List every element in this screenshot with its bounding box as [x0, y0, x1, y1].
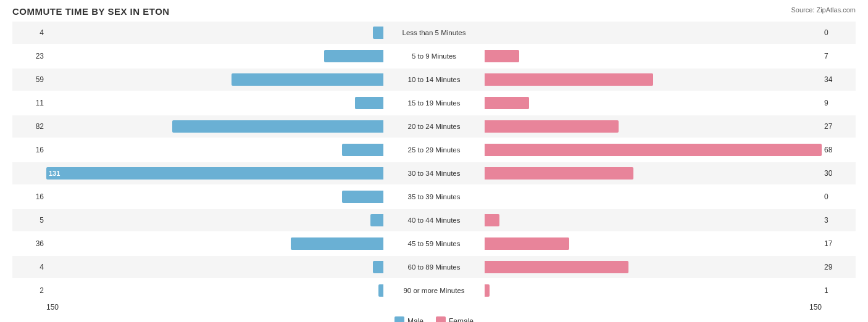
bars-wrapper: 25 to 29 Minutes: [46, 142, 822, 157]
bar-male: [324, 50, 383, 62]
male-side: [46, 96, 385, 110]
male-value: 4: [12, 263, 46, 271]
male-value: 82: [12, 122, 46, 131]
female-side: [483, 213, 822, 228]
legend-female-box: [436, 316, 446, 322]
bar-female: [485, 261, 628, 273]
male-side: [46, 189, 385, 204]
bar-male: [373, 261, 383, 273]
row-label: Less than 5 Minutes: [385, 29, 483, 36]
row-label: 90 or more Minutes: [385, 287, 483, 294]
table-row: 131 30 to 34 Minutes 30: [12, 162, 856, 184]
row-label: 40 to 44 Minutes: [385, 217, 483, 224]
bars-wrapper: 15 to 19 Minutes: [46, 96, 822, 110]
axis-left: 150: [46, 303, 59, 312]
bar-female: [485, 120, 619, 133]
row-label: 15 to 19 Minutes: [385, 99, 483, 107]
male-side: [46, 119, 385, 134]
bar-female: [485, 73, 653, 86]
bar-female: [485, 144, 822, 156]
row-inner: 16 25 to 29 Minutes: [12, 139, 856, 161]
male-side: [46, 213, 385, 228]
male-bar-label: 131: [46, 170, 60, 177]
male-value: 36: [12, 239, 46, 248]
bar-male: 131: [46, 167, 383, 180]
bar-section: 15 to 19 Minutes: [46, 92, 822, 114]
male-value: 5: [12, 216, 46, 225]
row-inner: 5 40 to 44 Minutes: [12, 209, 856, 231]
male-value: 59: [12, 75, 46, 84]
table-row: 4 60 to 89 Minutes: [12, 256, 856, 278]
male-side: [46, 142, 385, 157]
row-inner: 59 10 to 14 Minutes: [12, 68, 856, 91]
bars-wrapper: 60 to 89 Minutes: [46, 260, 822, 275]
table-row: 16 25 to 29 Minutes: [12, 139, 856, 161]
row-label: 25 to 29 Minutes: [385, 146, 483, 154]
female-value: 7: [822, 52, 856, 60]
male-side: [46, 25, 385, 40]
row-inner: 16 35 to 39 Minutes: [12, 186, 856, 208]
female-value: 9: [822, 99, 856, 107]
chart-container: COMMUTE TIME BY SEX IN ETON Source: ZipA…: [0, 0, 868, 322]
table-row: 23 5 to 9 Minutes: [12, 45, 856, 67]
bars-wrapper: 40 to 44 Minutes: [46, 213, 822, 228]
male-value: 4: [12, 28, 46, 37]
bar-section: Less than 5 Minutes: [46, 22, 822, 44]
female-side: [483, 236, 822, 251]
bar-female: [485, 284, 490, 297]
bars-wrapper: 10 to 14 Minutes: [46, 72, 822, 87]
male-value: 16: [12, 146, 46, 154]
row-label: 30 to 34 Minutes: [385, 170, 483, 177]
row-label: 60 to 89 Minutes: [385, 263, 483, 271]
table-row: 36 45 to 59 Minutes: [12, 233, 856, 255]
row-label: 35 to 39 Minutes: [385, 193, 483, 200]
female-value: 1: [822, 286, 856, 295]
row-inner: 11 15 to 19 Minutes: [12, 92, 856, 114]
row-inner: 82 20 to 24 Minutes: [12, 115, 856, 138]
female-value: 3: [822, 216, 856, 225]
female-side: [483, 166, 822, 181]
row-inner: 4 60 to 89 Minutes: [12, 256, 856, 278]
row-inner: 131 30 to 34 Minutes 30: [12, 162, 856, 184]
female-side: [483, 49, 822, 64]
female-side: [483, 25, 822, 40]
row-label: 10 to 14 Minutes: [385, 76, 483, 83]
bar-section: 90 or more Minutes: [46, 279, 822, 302]
female-side: [483, 189, 822, 204]
table-row: 5 40 to 44 Minutes: [12, 209, 856, 231]
bar-section: 60 to 89 Minutes: [46, 256, 822, 278]
row-label: 45 to 59 Minutes: [385, 240, 483, 247]
table-row: 82 20 to 24 Minutes: [12, 115, 856, 138]
female-side: [483, 283, 822, 298]
axis-right: 150: [809, 303, 822, 312]
male-value: 23: [12, 52, 46, 60]
female-value: 27: [822, 122, 856, 131]
bars-wrapper: 35 to 39 Minutes: [46, 189, 822, 204]
axis-labels: 150 150: [12, 303, 856, 312]
female-value: 68: [822, 146, 856, 154]
female-value: 34: [822, 75, 856, 84]
row-label: 20 to 24 Minutes: [385, 123, 483, 130]
table-row: 2 90 or more Minutes: [12, 279, 856, 302]
bar-female: [485, 50, 519, 62]
bar-section: 10 to 14 Minutes: [46, 68, 822, 91]
bar-section: 5 to 9 Minutes: [46, 45, 822, 67]
male-side: [46, 283, 385, 298]
bar-male: [342, 144, 383, 156]
female-value: 0: [822, 28, 856, 37]
row-label: 5 to 9 Minutes: [385, 52, 483, 60]
bar-female: [485, 214, 499, 226]
bar-section: 40 to 44 Minutes: [46, 209, 822, 231]
bars-wrapper: Less than 5 Minutes: [46, 25, 822, 40]
bar-male: [232, 73, 383, 86]
bar-female: [485, 97, 529, 109]
legend-female: Female: [436, 316, 474, 322]
source-label: Source: ZipAtlas.com: [791, 6, 856, 14]
male-side: [46, 260, 385, 275]
legend-male-label: Male: [407, 317, 424, 322]
male-side: [46, 236, 385, 251]
bar-female: [485, 237, 569, 250]
table-row: 11 15 to 19 Minutes: [12, 92, 856, 114]
table-row: 4 Less than 5 Minutes: [12, 22, 856, 44]
row-inner: 4 Less than 5 Minutes: [12, 22, 856, 44]
